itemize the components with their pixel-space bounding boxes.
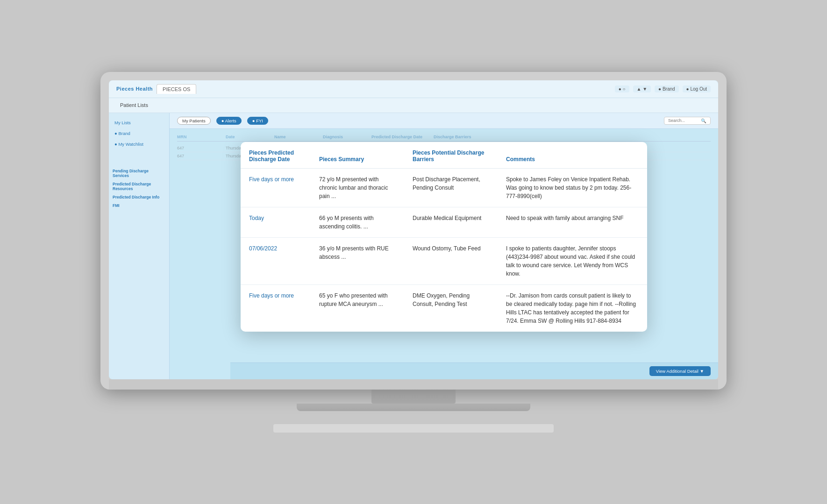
cell-discharge-date-3: 07/06/2022 <box>241 237 311 284</box>
main-area: My Lists ● Brand ● My Watchlist Pending … <box>109 113 718 379</box>
pending-discharge-services-label: Pending Discharge Services <box>113 168 165 179</box>
table-row: 07/06/2022 36 y/o M presents with RUE ab… <box>241 237 647 284</box>
cell-comments-2: Need to speak with family about arrangin… <box>498 207 647 237</box>
predicted-discharge-info-label: Predicted Discharge Info <box>113 194 165 200</box>
monitor-chin <box>109 379 718 390</box>
discharge-date-link-4[interactable]: Five days or more <box>249 292 294 299</box>
keyboard <box>273 424 554 433</box>
cell-discharge-date-4: Five days or more <box>241 284 311 332</box>
app-logo: Pieces Health <box>116 86 153 92</box>
app-tab[interactable]: PIECES OS <box>157 84 196 94</box>
col-header-comments: Comments <box>498 142 647 169</box>
cell-summary-4: 65 yo F who presented with rupture MCA a… <box>311 284 404 332</box>
brand-btn[interactable]: ● Brand <box>655 85 679 92</box>
cell-comments-1: Spoke to James Foley on Venice Inpatient… <box>498 168 647 207</box>
cell-comments-4: --Dr. Jamison from cards consult patient… <box>498 284 647 332</box>
monitor-stand-base <box>297 404 530 411</box>
col-header-discharge-date: Pieces Predicted Discharge Date <box>241 142 311 169</box>
popup-table: Pieces Predicted Discharge Date Pieces S… <box>241 142 647 332</box>
sidebar: My Lists ● Brand ● My Watchlist Pending … <box>109 113 170 379</box>
predicted-discharge-resources-label: Predicted Discharge Resources <box>113 181 165 192</box>
cell-barriers-3: Wound Ostomy, Tube Feed <box>404 237 498 284</box>
cell-barriers-4: DME Oxygen, Pending Consult, Pending Tes… <box>404 284 498 332</box>
cell-summary-1: 72 y/o M presented with chronic lumbar a… <box>311 168 404 207</box>
sidebar-item-watchlist[interactable]: ● My Watchlist <box>113 139 165 149</box>
col-header-barriers: Pieces Potential Discharge Barriers <box>404 142 498 169</box>
sidebar-item-my-lists[interactable]: My Lists <box>113 118 165 128</box>
cell-comments-3: I spoke to patients daughter, Jennifer s… <box>498 237 647 284</box>
table-row: Today 66 yo M presents with ascending co… <box>241 207 647 237</box>
top-icon-1[interactable]: ● ○ <box>615 85 629 92</box>
top-right-icons: ● ○ ▲ ▼ ● Brand ● Log Out <box>615 85 711 92</box>
cell-summary-2: 66 yo M presents with ascending colitis.… <box>311 207 404 237</box>
fmi-label: FMI <box>113 202 165 209</box>
cell-summary-3: 36 y/o M presents with RUE abscess ... <box>311 237 404 284</box>
popup-overlay: Pieces Predicted Discharge Date Pieces S… <box>170 113 718 379</box>
cell-discharge-date-2: Today <box>241 207 311 237</box>
discharge-date-link-1[interactable]: Five days or more <box>249 176 294 183</box>
sidebar-item-brand[interactable]: ● Brand <box>113 128 165 138</box>
popup-modal: Pieces Predicted Discharge Date Pieces S… <box>241 142 647 332</box>
monitor-stand-neck <box>371 390 456 404</box>
cell-discharge-date-1: Five days or more <box>241 168 311 207</box>
info-panel: Pending Discharge Services Predicted Dis… <box>113 168 165 209</box>
page-title: Patient Lists <box>120 102 148 108</box>
cell-barriers-2: Durable Medical Equipment <box>404 207 498 237</box>
screen: Pieces Health PIECES OS ● ○ ▲ ▼ ● Brand … <box>109 80 718 379</box>
content-pane: My Patients ● Alerts ● FYI 🔍 MRN Date Na… <box>170 113 718 379</box>
second-bar: Patient Lists <box>109 98 718 113</box>
cell-barriers-1: Post Discharge Placement, Pending Consul… <box>404 168 498 207</box>
top-icon-2[interactable]: ▲ ▼ <box>633 85 651 92</box>
discharge-date-link-2[interactable]: Today <box>249 215 264 221</box>
discharge-date-link-3[interactable]: 07/06/2022 <box>249 245 277 252</box>
monitor: Pieces Health PIECES OS ● ○ ▲ ▼ ● Brand … <box>100 72 727 390</box>
table-row: Five days or more 72 y/o M presented wit… <box>241 168 647 207</box>
app-top-bar: Pieces Health PIECES OS ● ○ ▲ ▼ ● Brand … <box>109 80 718 98</box>
col-header-summary: Pieces Summary <box>311 142 404 169</box>
logout-btn[interactable]: ● Log Out <box>683 85 711 92</box>
table-row: Five days or more 65 yo F who presented … <box>241 284 647 332</box>
